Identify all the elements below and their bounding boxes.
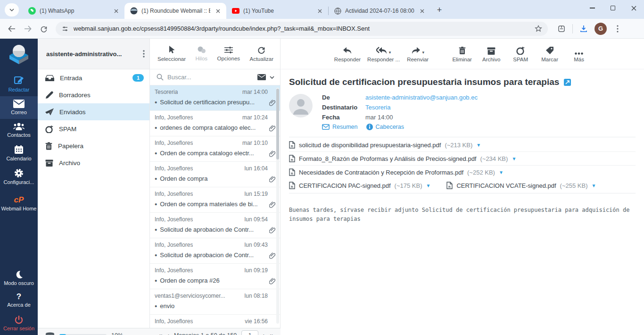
profile-avatar[interactable]: G <box>594 23 607 35</box>
spam-button[interactable]: SPAM <box>509 44 532 62</box>
attachment-item[interactable]: CERTIFICACION PAC-signed.pdf (~175 KB) ▼ <box>289 179 446 192</box>
attachment-download-caret-icon[interactable]: ▼ <box>499 170 504 175</box>
tab-close-icon[interactable] <box>316 7 323 15</box>
options-button[interactable]: Opciones <box>217 46 240 61</box>
page-number-input[interactable] <box>241 330 258 335</box>
attachment-name[interactable]: solicitud de disponibilidad presupuestar… <box>299 142 441 149</box>
attachment-download-caret-icon[interactable]: ▼ <box>512 156 516 161</box>
attachment-item[interactable]: solicitud de disponibilidad presupuestar… <box>289 138 636 152</box>
prev-page-button[interactable]: ‹ <box>167 331 169 335</box>
scope-envelope-icon[interactable] <box>257 74 266 80</box>
message-row[interactable]: Info, Joseflores mar 10:10 • Orden de co… <box>150 136 280 162</box>
window-maximize-button[interactable] <box>603 0 623 16</box>
refresh-button[interactable]: Actualizar <box>249 46 273 62</box>
message-row[interactable]: Info, Joseflores lun 09:19 • Orden de co… <box>150 264 280 289</box>
search-input[interactable] <box>167 74 254 81</box>
to-address[interactable]: Tesoreria <box>365 104 390 111</box>
new-tab-button[interactable]: + <box>433 4 446 16</box>
tab-roundcube[interactable]: (1) Roundcube Webmail :: Envia <box>124 3 226 19</box>
summary-button[interactable]: Resumen <box>322 124 358 130</box>
extensions-icon[interactable] <box>553 21 570 37</box>
delete-button[interactable]: Eliminar <box>451 44 473 62</box>
last-page-button[interactable]: » <box>270 331 274 335</box>
more-button[interactable]: Más <box>568 44 590 62</box>
downloads-icon[interactable] <box>576 21 592 37</box>
attachment-item[interactable]: Necesidades de Contratación y Recepción … <box>289 166 636 179</box>
back-button[interactable] <box>4 21 20 37</box>
message-row[interactable]: Info, Joseflores mar 10:24 • ordenes de … <box>150 111 280 136</box>
window-minimize-button[interactable] <box>582 0 603 16</box>
attachment-name[interactable]: CERTIFICACION VCATE-signed.pdf <box>456 182 556 189</box>
message-row[interactable]: Info, Joseflores lun 09:43 • Solicitud d… <box>150 238 280 264</box>
sidebar-item-redactar[interactable]: Redactar <box>0 72 38 96</box>
tab-close-icon[interactable] <box>112 7 120 15</box>
folder-archivo[interactable]: Archivo <box>38 154 149 171</box>
message-row[interactable]: Info, Joseflores lun 15:19 • Orden de co… <box>150 187 280 213</box>
tab-close-icon[interactable] <box>214 7 222 15</box>
search-options-chevron-icon[interactable] <box>270 76 274 79</box>
paperclip-icon <box>269 99 275 106</box>
folder-entrada[interactable]: Entrada 1 <box>38 69 149 86</box>
sidebar-item-webmail-home[interactable]: cP Webmail Home <box>0 193 38 215</box>
list-scrollbar[interactable] <box>276 88 279 324</box>
pdf-file-icon <box>289 168 295 176</box>
attachment-name[interactable]: CERTIFICACION PAC-signed.pdf <box>299 182 391 189</box>
tab-search-button[interactable] <box>5 3 19 17</box>
archive-button[interactable]: Archivo <box>480 44 503 62</box>
url-text[interactable]: webmail.sanjuan.gob.ec/cpsess8149950884/… <box>74 25 530 32</box>
window-close-button[interactable] <box>623 0 644 16</box>
sidebar-item-configuracion[interactable]: Configuraci... <box>0 165 38 189</box>
headers-button[interactable]: Cabeceras <box>366 124 404 130</box>
attachment-item[interactable]: CERTIFICACION VCATE-signed.pdf (~255 KB)… <box>446 179 612 192</box>
next-page-button[interactable]: › <box>263 331 265 335</box>
message-row[interactable]: Tesoreria mar 14:00 • Solicitud de certi… <box>150 85 280 111</box>
forward-button[interactable]: ▾ Reenviar <box>406 44 429 62</box>
tab-youtube[interactable]: (1) YouTube <box>226 3 328 19</box>
bookmark-star-icon[interactable] <box>535 25 542 33</box>
from-address[interactable]: asistente-administrativo@sanjuan.gob.ec <box>365 94 478 101</box>
folder-enviados[interactable]: Enviados <box>38 103 149 120</box>
message-row[interactable]: Info, Joseflores lun 09:54 • Solicitud d… <box>150 213 280 238</box>
message-row[interactable]: Info, Joseflores lun 16:04 • Orden de co… <box>150 162 280 187</box>
mark-button[interactable]: Marcar <box>538 44 561 62</box>
sidebar-item-modo-oscuro[interactable]: Modo oscuro <box>0 267 38 290</box>
sidebar-item-correo[interactable]: Correo <box>0 96 38 119</box>
sidebar-item-calendario[interactable]: Calendario <box>0 142 38 165</box>
attachment-download-caret-icon[interactable]: ▼ <box>476 142 481 148</box>
sidebar-item-acerca-de[interactable]: ? Acerca de <box>0 290 38 311</box>
attachment-item[interactable]: Formato_8_Razón de Proformas y Análisis … <box>289 152 636 166</box>
address-bar[interactable]: webmail.sanjuan.gob.ec/cpsess8149950884/… <box>56 22 548 36</box>
message-row[interactable]: Info, Joseflores vie 16:56 • <box>150 315 280 328</box>
open-in-new-window-icon[interactable] <box>564 79 571 86</box>
reload-button[interactable] <box>36 21 52 37</box>
chrome-menu-icon[interactable] <box>610 21 626 37</box>
tab-whatsapp[interactable]: (1) WhatsApp <box>23 3 124 19</box>
folder-papelera[interactable]: Papelera <box>38 137 149 154</box>
reply-button[interactable]: Responder <box>334 44 361 62</box>
tab-close-icon[interactable] <box>418 7 426 15</box>
tab-title: (1) WhatsApp <box>40 8 108 14</box>
site-settings-icon[interactable] <box>61 25 69 32</box>
folder-borradores[interactable]: Borradores <box>38 86 149 103</box>
sidebar-item-cerrar-sesion[interactable]: Cerrar sesión <box>0 312 38 335</box>
attachment-name[interactable]: Necesidades de Contratación y Recepción … <box>299 169 463 176</box>
scrollbar-thumb[interactable] <box>276 89 279 159</box>
attachment-name[interactable]: Formato_8_Razón de Proformas y Análisis … <box>299 155 476 162</box>
message-row[interactable]: ventas1@serviciosycomer... lun 08:18 • e… <box>150 289 280 315</box>
message-sender: Info, Joseflores <box>155 191 193 197</box>
tab-title: (1) YouTube <box>243 8 312 14</box>
forward-caret-icon: ▾ <box>422 50 424 55</box>
reply-all-button[interactable]: ▾ Responder ... <box>367 44 400 62</box>
message-date: lun 16:04 <box>245 165 268 172</box>
first-page-button[interactable]: « <box>158 331 162 335</box>
attachment-download-caret-icon[interactable]: ▼ <box>591 183 596 188</box>
attachment-download-caret-icon[interactable]: ▼ <box>426 183 430 188</box>
tab-actividad[interactable]: Actividad 2024-07-16 08:00:00 <box>329 3 430 19</box>
folder-spam[interactable]: SPAM <box>38 120 149 137</box>
sidebar-item-contactos[interactable]: Contactos <box>0 119 38 142</box>
forward-button[interactable] <box>20 21 36 37</box>
unread-badge: 1 <box>132 74 144 82</box>
select-button[interactable]: Seleccionar <box>157 46 186 62</box>
threads-button[interactable]: Hilos <box>196 46 208 61</box>
folder-options-kebab-icon[interactable] <box>143 50 145 58</box>
